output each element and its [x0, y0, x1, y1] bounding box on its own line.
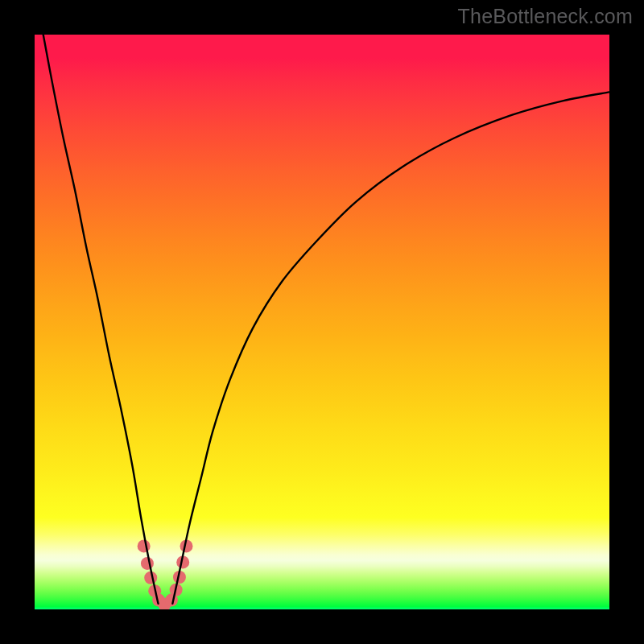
- watermark-text: TheBottleneck.com: [458, 5, 633, 28]
- curve-left-arm: [43, 35, 159, 604]
- chart-frame: TheBottleneck.com: [0, 0, 644, 644]
- valley-marker: [141, 557, 154, 570]
- curve-right-arm: [172, 92, 609, 603]
- valley-marker: [138, 539, 151, 552]
- curve-layer: [35, 35, 609, 609]
- plot-area: [35, 35, 609, 609]
